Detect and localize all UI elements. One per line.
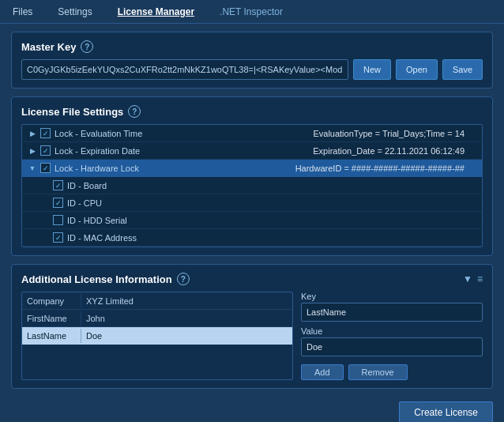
- main-content: Master Key ? New Open Save License File …: [0, 24, 504, 397]
- key-field-group: Key: [301, 292, 483, 322]
- create-license-button[interactable]: Create License: [399, 401, 493, 422]
- hw-value: HardwareID = ####-#####-#####-#####-##: [295, 164, 477, 173]
- remove-button[interactable]: Remove: [348, 364, 408, 380]
- company-val: XYZ Limited: [81, 294, 292, 308]
- lastname-key: LastName: [22, 329, 81, 343]
- expand-icon-board: [39, 180, 51, 191]
- menu-net-inspector[interactable]: .NET Inspector: [215, 3, 288, 21]
- value-input[interactable]: [301, 337, 483, 356]
- lastname-val: Doe: [81, 329, 292, 343]
- add-remove-row: Add Remove: [301, 364, 483, 380]
- tree-item-board[interactable]: ID - Board: [22, 177, 482, 194]
- additional-info-panel: Additional License Information ? ▼ ≡ Com…: [11, 264, 493, 389]
- company-key: Company: [22, 294, 81, 308]
- expiry-value: Expiration_Date = 22.11.2021 06:12:49: [313, 146, 477, 156]
- cpu-label: ID - CPU: [67, 198, 170, 208]
- tree-item-cpu[interactable]: ID - CPU: [22, 194, 482, 212]
- board-label: ID - Board: [67, 181, 170, 190]
- new-button[interactable]: New: [353, 59, 391, 80]
- license-tree: ▶ Lock - Evaluation Time EvaluationType …: [21, 124, 483, 247]
- master-key-panel: Master Key ? New Open Save: [11, 32, 493, 89]
- hdd-label: ID - HDD Serial: [67, 216, 170, 225]
- key-input[interactable]: [301, 303, 483, 322]
- expand-icon-cpu: [39, 198, 51, 209]
- master-key-row: New Open Save: [21, 59, 483, 80]
- additional-info-title: Additional License Information ? ▼ ≡: [21, 273, 483, 285]
- info-row-company[interactable]: Company XYZ Limited: [22, 292, 292, 310]
- checkbox-hw[interactable]: [40, 163, 51, 173]
- tree-item-eval-time[interactable]: ▶ Lock - Evaluation Time EvaluationType …: [22, 125, 482, 142]
- footer: Create License: [0, 397, 504, 422]
- eval-value: EvaluationType = Trial_Days;Time = 14: [313, 129, 477, 138]
- menu-icon[interactable]: ≡: [477, 273, 483, 284]
- license-settings-panel: License File Settings ? ▶ Lock - Evaluat…: [11, 96, 493, 256]
- collapse-icon[interactable]: ▼: [463, 273, 472, 284]
- expand-icon-hw: ▼: [27, 163, 38, 174]
- value-label: Value: [301, 326, 483, 336]
- master-key-title: Master Key ?: [21, 40, 483, 53]
- tree-item-hardware[interactable]: ▼ Lock - Hardware Lock HardwareID = ####…: [22, 160, 482, 177]
- additional-info-row: Company XYZ Limited FirstName John LastN…: [21, 292, 483, 380]
- tree-item-mac[interactable]: ID - MAC Address: [22, 229, 482, 247]
- add-button[interactable]: Add: [301, 364, 344, 380]
- license-settings-help-icon[interactable]: ?: [128, 105, 141, 118]
- expand-icon-expiry: ▶: [27, 145, 38, 156]
- checkbox-mac[interactable]: [53, 232, 63, 243]
- open-button[interactable]: Open: [396, 59, 438, 80]
- tree-item-hdd[interactable]: ID - HDD Serial: [22, 212, 482, 229]
- checkbox-expiry[interactable]: [40, 145, 51, 156]
- menubar: Files Settings License Manager .NET Insp…: [0, 0, 504, 24]
- mac-label: ID - MAC Address: [67, 233, 170, 243]
- expand-icon-hdd: [39, 215, 51, 226]
- hw-label: Lock - Hardware Lock: [55, 164, 157, 173]
- eval-label: Lock - Evaluation Time: [55, 129, 157, 138]
- additional-info-help-icon[interactable]: ?: [177, 273, 190, 285]
- expand-icon-mac: [39, 232, 51, 243]
- checkbox-hdd[interactable]: [53, 215, 63, 225]
- master-key-input[interactable]: [21, 59, 348, 80]
- expand-icon-eval: ▶: [27, 128, 38, 139]
- key-label: Key: [301, 292, 483, 301]
- expiry-label: Lock - Expiration Date: [55, 146, 157, 156]
- value-field-group: Value: [301, 326, 483, 356]
- info-row-lastname[interactable]: LastName Doe: [22, 327, 292, 345]
- key-value-panel: Key Value Add Remove: [301, 292, 483, 380]
- menu-license-manager[interactable]: License Manager: [113, 3, 199, 21]
- license-settings-title: License File Settings ?: [21, 105, 483, 118]
- menu-files[interactable]: Files: [8, 3, 37, 21]
- tree-item-expiration[interactable]: ▶ Lock - Expiration Date Expiration_Date…: [22, 142, 482, 160]
- info-row-firstname[interactable]: FirstName John: [22, 310, 292, 327]
- firstname-key: FirstName: [22, 311, 81, 326]
- checkbox-eval[interactable]: [40, 128, 51, 138]
- checkbox-board[interactable]: [53, 180, 63, 190]
- save-button[interactable]: Save: [442, 59, 483, 80]
- firstname-val: John: [81, 311, 292, 326]
- menu-settings[interactable]: Settings: [53, 3, 96, 21]
- info-table: Company XYZ Limited FirstName John LastN…: [21, 292, 293, 380]
- checkbox-cpu[interactable]: [53, 198, 63, 208]
- master-key-help-icon[interactable]: ?: [81, 40, 93, 53]
